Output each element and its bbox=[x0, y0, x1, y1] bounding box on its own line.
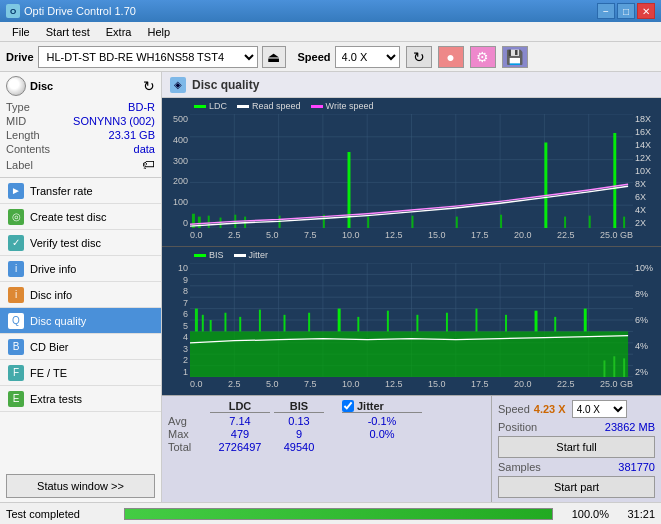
chart1-svg bbox=[190, 114, 633, 228]
x2-2.5: 2.5 bbox=[228, 379, 241, 389]
empty-header bbox=[168, 400, 206, 413]
jitter-checkbox[interactable] bbox=[342, 400, 354, 412]
minimize-button[interactable]: − bbox=[597, 3, 615, 19]
y1r-8: 8X bbox=[635, 179, 659, 189]
sidebar-item-drive-info[interactable]: i Drive info bbox=[0, 256, 161, 282]
svg-rect-60 bbox=[284, 315, 286, 332]
svg-rect-59 bbox=[259, 310, 261, 332]
x2-12.5: 12.5 bbox=[385, 379, 403, 389]
maximize-button[interactable]: □ bbox=[617, 3, 635, 19]
refresh-button[interactable]: ↻ bbox=[406, 46, 432, 68]
samples-value: 381770 bbox=[618, 461, 655, 473]
avg-jitter: -0.1% bbox=[342, 415, 422, 427]
drive-info-label: Drive info bbox=[30, 263, 76, 275]
status-window-button[interactable]: Status window >> bbox=[6, 474, 155, 498]
sidebar-item-transfer-rate[interactable]: ► Transfer rate bbox=[0, 178, 161, 204]
sidebar-item-extra-tests[interactable]: E Extra tests bbox=[0, 386, 161, 412]
jitter-header-label: Jitter bbox=[357, 400, 384, 412]
svg-rect-64 bbox=[387, 311, 389, 332]
total-jitter-empty bbox=[342, 441, 422, 453]
start-full-button[interactable]: Start full bbox=[498, 436, 655, 458]
sidebar-item-verify-test-disc[interactable]: ✓ Verify test disc bbox=[0, 230, 161, 256]
disc-mid-value: SONYNN3 (002) bbox=[73, 115, 155, 127]
sidebar-item-disc-info[interactable]: i Disc info bbox=[0, 282, 161, 308]
svg-rect-61 bbox=[308, 313, 310, 332]
y1r-4: 4X bbox=[635, 205, 659, 215]
total-label: Total bbox=[168, 441, 206, 453]
position-label: Position bbox=[498, 421, 537, 433]
sidebar-item-create-test-disc[interactable]: ◎ Create test disc bbox=[0, 204, 161, 230]
disc-button[interactable]: ● bbox=[438, 46, 464, 68]
menu-start-test[interactable]: Start test bbox=[38, 24, 98, 40]
disc-label-row: Label 🏷 bbox=[6, 156, 155, 173]
samples-label: Samples bbox=[498, 461, 541, 473]
eject-button[interactable]: ⏏ bbox=[262, 46, 286, 68]
x2-7.5: 7.5 bbox=[304, 379, 317, 389]
menu-file[interactable]: File bbox=[4, 24, 38, 40]
verify-test-icon: ✓ bbox=[8, 235, 24, 251]
disc-refresh-icon[interactable]: ↻ bbox=[143, 78, 155, 94]
svg-rect-54 bbox=[195, 309, 198, 332]
sidebar-item-cd-bier[interactable]: B CD Bier bbox=[0, 334, 161, 360]
x2-15: 15.0 bbox=[428, 379, 446, 389]
ldc-header: LDC bbox=[210, 400, 270, 413]
x1-12.5: 12.5 bbox=[385, 230, 403, 240]
menu-help[interactable]: Help bbox=[139, 24, 178, 40]
close-button[interactable]: ✕ bbox=[637, 3, 655, 19]
settings-button[interactable]: ⚙ bbox=[470, 46, 496, 68]
max-jitter: 0.0% bbox=[342, 428, 422, 440]
status-time: 31:21 bbox=[617, 508, 655, 520]
ldc-chart: LDC Read speed Write speed 500 400 bbox=[162, 98, 661, 247]
jitter-legend-line bbox=[234, 254, 246, 257]
x2-10: 10.0 bbox=[342, 379, 360, 389]
svg-rect-26 bbox=[456, 217, 458, 228]
svg-rect-32 bbox=[623, 217, 625, 228]
svg-rect-62 bbox=[338, 309, 341, 332]
svg-rect-66 bbox=[446, 313, 448, 332]
progress-percent: 100.0% bbox=[561, 508, 609, 520]
chart2-y-axis-left: 10 9 8 7 6 5 4 3 2 1 bbox=[162, 263, 190, 377]
total-row: Total 2726497 49540 bbox=[168, 441, 485, 453]
avg-row: Avg 7.14 0.13 -0.1% bbox=[168, 415, 485, 427]
max-bis: 9 bbox=[274, 428, 324, 440]
titlebar-controls: − □ ✕ bbox=[597, 3, 655, 19]
sidebar-item-fe-te[interactable]: F FE / TE bbox=[0, 360, 161, 386]
ldc-legend: LDC bbox=[194, 101, 227, 111]
y1r-12: 12X bbox=[635, 153, 659, 163]
bis-chart: BIS Jitter 10 9 8 7 6 5 4 bbox=[162, 247, 661, 395]
disc-header: Disc ↻ bbox=[6, 76, 155, 96]
spacer bbox=[328, 400, 338, 413]
jitter-header-row: Jitter bbox=[342, 400, 422, 413]
disc-length-label: Length bbox=[6, 129, 40, 141]
speed-target-selector[interactable]: 4.0 X bbox=[572, 400, 627, 418]
drive-selector[interactable]: HL-DT-ST BD-RE WH16NS58 TST4 bbox=[38, 46, 258, 68]
save-button[interactable]: 💾 bbox=[502, 46, 528, 68]
svg-rect-68 bbox=[505, 315, 507, 332]
speed-selector[interactable]: 4.0 X bbox=[335, 46, 400, 68]
sidebar-item-disc-quality[interactable]: Q Disc quality bbox=[0, 308, 161, 334]
svg-rect-69 bbox=[535, 311, 538, 332]
write-speed-legend: Write speed bbox=[311, 101, 374, 111]
chart2-legend: BIS Jitter bbox=[194, 250, 268, 260]
y1-0: 0 bbox=[164, 218, 188, 228]
svg-rect-72 bbox=[603, 360, 605, 377]
extra-tests-label: Extra tests bbox=[30, 393, 82, 405]
x2-22.5: 22.5 bbox=[557, 379, 575, 389]
disc-type-label: Type bbox=[6, 101, 30, 113]
menu-extra[interactable]: Extra bbox=[98, 24, 140, 40]
disc-label-icon: 🏷 bbox=[142, 157, 155, 172]
y2-4: 4 bbox=[164, 332, 188, 342]
start-part-button[interactable]: Start part bbox=[498, 476, 655, 498]
svg-rect-71 bbox=[584, 309, 587, 332]
cd-bier-icon: B bbox=[8, 339, 24, 355]
total-bis: 49540 bbox=[274, 441, 324, 453]
chart1-legend: LDC Read speed Write speed bbox=[194, 101, 373, 111]
disc-length-row: Length 23.31 GB bbox=[6, 128, 155, 142]
disc-panel-title: Disc bbox=[30, 80, 53, 92]
y1r-2: 2X bbox=[635, 218, 659, 228]
svg-rect-24 bbox=[367, 217, 369, 228]
svg-rect-17 bbox=[208, 216, 210, 228]
svg-rect-63 bbox=[357, 317, 359, 332]
app-title: Opti Drive Control 1.70 bbox=[24, 5, 136, 17]
x1-7.5: 7.5 bbox=[304, 230, 317, 240]
